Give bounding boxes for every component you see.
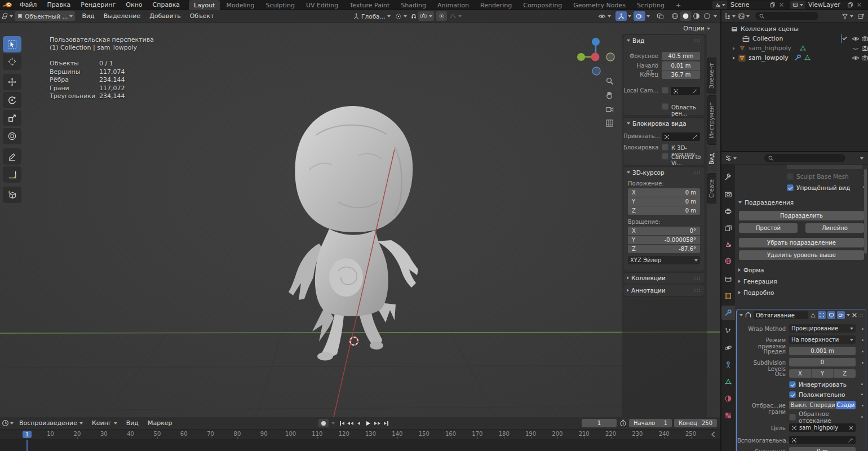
overlays-dropdown[interactable] [645,11,651,21]
collapse-icon[interactable] [739,314,743,316]
display-on-cage-toggle[interactable] [810,312,816,319]
use-preview-range-button[interactable] [617,419,629,427]
object-row-lowpoly[interactable]: sam_lowpoly [733,53,868,63]
modifier-name-field[interactable]: Обтягивание [754,311,808,319]
positive-checkbox[interactable] [789,391,796,398]
tab-world[interactable] [721,254,735,268]
object-row-highpoly[interactable]: sam_highpoly [733,43,868,53]
properties-editor-type-button[interactable] [723,154,738,162]
workspace-tab-modeling[interactable]: Modeling [221,0,259,10]
tab-view-layer[interactable] [721,221,735,236]
marker-menu[interactable]: Маркер [143,419,177,427]
playhead-line[interactable] [26,440,28,451]
next-keyframe-button[interactable] [373,419,382,427]
subdiv-levels-field[interactable]: 0 [789,358,856,366]
tab-particles[interactable] [721,324,735,338]
shading-solid-button[interactable] [680,11,691,21]
cursor-rot-x[interactable]: X0° [628,227,700,235]
snap-magnet-toggle[interactable] [409,11,418,21]
add-workspace-button[interactable]: + [671,0,686,10]
view-layer-copy-button[interactable] [845,1,855,9]
workspace-tab-geometry-nodes[interactable]: Geometry Nodes [568,0,631,10]
gizmos-toggle[interactable] [615,11,627,21]
lock-object-field[interactable] [662,132,700,141]
panel-grip[interactable] [694,289,701,293]
render-region-checkbox[interactable] [662,103,668,110]
subdivide-linear-button[interactable]: Линейно [805,223,864,233]
tool-select-box[interactable] [3,36,21,52]
outliner-display-mode-button[interactable] [736,12,751,20]
tab-view[interactable]: Вид [707,147,716,171]
tab-modifiers[interactable] [721,306,735,320]
mode-dropdown[interactable]: Объектный ... [15,11,75,21]
select-menu[interactable]: Выделение [99,12,145,20]
cursor-rot-z[interactable]: Z-87.6° [628,245,700,253]
frame-end-field[interactable]: Конец250 [674,419,717,427]
object-menu[interactable]: Объект [185,12,219,20]
menu-edit[interactable]: Правка [42,1,76,8]
panel-grip[interactable] [859,313,863,317]
scene-browse-button[interactable] [712,1,727,9]
cursor-loc-x[interactable]: X0 m [628,188,700,197]
rotation-order-dropdown[interactable]: XYZ Эйлер [628,256,700,264]
overlays-toggle[interactable] [634,11,645,21]
blender-logo-icon[interactable] [0,1,15,8]
collection-row[interactable]: Collection [742,34,868,43]
clip-start-field[interactable]: 0.01 m [662,61,700,70]
panel-grip[interactable] [694,171,701,175]
shading-wireframe-button[interactable] [670,11,680,21]
playback-menu[interactable]: Воспроизведение [15,419,87,427]
subdivide-simple-button[interactable]: Простой [739,223,798,233]
play-button[interactable] [363,419,373,427]
target-object-field[interactable]: sam_highpoly [789,423,856,432]
properties-scrollbar[interactable] [864,169,867,254]
lock-to-cursor-checkbox[interactable] [662,144,668,151]
delete-higher-button[interactable]: Удалить уровень выше [739,250,864,260]
properties-options-dropdown[interactable] [860,157,863,160]
display-render-toggle[interactable] [837,311,845,319]
scene-unlink-button[interactable] [777,1,786,9]
frame-start-field[interactable]: Начало1 [629,419,672,427]
frame-ruler[interactable]: 1 11020304050607080901001101201301401501… [0,430,720,440]
panel-view-lock-title[interactable]: Блокировка вида [632,120,687,127]
visibility-dropdown[interactable] [596,11,613,21]
tab-constraints[interactable] [721,357,735,372]
modifier-extras-dropdown[interactable] [847,314,850,316]
keyframe-dot[interactable] [862,339,863,341]
zoom-icon[interactable] [602,74,617,87]
editor-type-button[interactable] [0,12,14,20]
keyframe-dot[interactable] [861,383,863,385]
offset-field[interactable]: 0 m [789,447,856,451]
view-layer-browse-button[interactable] [790,1,805,9]
tab-texture[interactable] [721,408,735,423]
current-frame-field[interactable]: 1 [582,419,617,427]
workspace-tab-rendering[interactable]: Rendering [475,0,517,10]
sculpt-base-mesh-checkbox[interactable] [787,173,794,180]
tab-render[interactable] [721,187,735,202]
collapse-region-icon[interactable] [711,431,716,437]
view-layer-name[interactable]: ViewLayer [805,1,845,9]
workspace-tab-texture-paint[interactable]: Texture Paint [344,0,395,10]
tab-physics[interactable] [721,341,735,355]
tab-object-data[interactable] [721,374,735,389]
collapse-icon[interactable] [627,171,630,174]
cull-back-toggle[interactable]: Сзади [836,401,856,409]
scene-name[interactable]: Scene [727,1,768,9]
jump-to-start-button[interactable] [338,419,346,427]
limit-field[interactable]: 0.001 m [789,347,856,355]
panel-annotations[interactable]: Аннотации [623,285,705,296]
invert-checkbox[interactable] [789,381,796,388]
collapse-icon[interactable] [627,39,630,42]
tool-move[interactable] [3,74,21,90]
outliner-search-input[interactable] [755,12,818,20]
local-camera-checkbox[interactable] [662,87,668,94]
keyframe-dot[interactable] [862,405,863,406]
tab-object-props[interactable] [721,289,735,303]
keyframe-dot[interactable] [861,393,863,395]
panel-view-title[interactable]: Вид [632,37,644,44]
proportional-editing-toggle[interactable] [436,11,447,21]
scene-copy-button[interactable] [768,1,777,9]
proportional-falloff-dropdown[interactable] [447,11,464,21]
subdivisions-section-header[interactable]: Подразделения [738,197,865,207]
play-reverse-button[interactable] [355,419,363,427]
